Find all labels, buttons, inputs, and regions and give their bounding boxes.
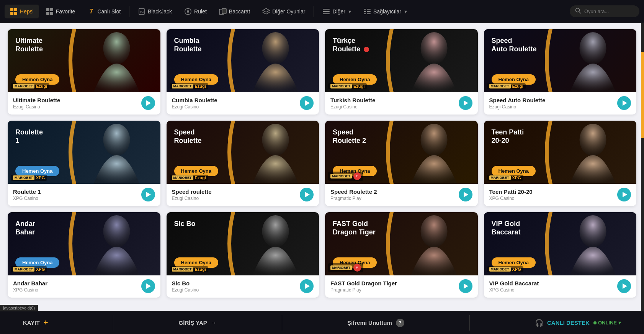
game-card-info-fast-gold-dragon-tiger: FAST Gold Dragon Tiger Pragmatic Play (325, 275, 478, 298)
search-bar[interactable] (570, 5, 639, 17)
nav-blackjack-label: BlackJack (148, 8, 172, 15)
nav-canli-slot[interactable]: 7 Canlı Slot (82, 5, 126, 18)
provider-badge-speed-roulette-2: MARIOBET P (328, 172, 363, 181)
nav-favorite[interactable]: Favorite (41, 5, 81, 18)
provider-badge-teen-patti-20-20: MARIOBET XPG (487, 175, 523, 181)
play-circle-ultimate-roulette[interactable] (141, 96, 155, 110)
game-provider-speed-roulette: Ezugi Casino (172, 196, 212, 201)
nav-saglayicilar-label: Sağlayıcılar (373, 8, 401, 15)
game-title-fast-gold-dragon-tiger: FAST GoldDragon Tiger (333, 220, 376, 236)
game-card-image-roulette-1: Roulette1 Hemen Oyna MARIOBET XPG (8, 121, 160, 184)
svg-rect-20 (364, 11, 366, 12)
game-card-info-teen-patti-20-20: Teen Patti 20-20 XPG Casino (484, 184, 637, 206)
provider-badge-cumbia-roulette: MARIOBET Ezugi (170, 83, 208, 89)
svg-rect-3 (14, 12, 17, 15)
play-circle-speed-roulette[interactable] (300, 188, 314, 201)
nav-baccarat[interactable]: Baccarat (214, 5, 255, 18)
kayit-label: KAYIT (23, 319, 40, 326)
game-card-text-andar-bahar: Andar Bahar XPG Casino (13, 280, 47, 293)
svg-point-31 (262, 124, 289, 156)
play-circle-vip-gold-baccarat[interactable] (617, 279, 631, 293)
game-title-sic-bo: Sic Bo (174, 220, 196, 228)
game-card-fast-gold-dragon-tiger: FAST GoldDragon Tiger Hemen Oyna MARIOBE… (325, 212, 478, 298)
play-circle-teen-patti-20-20[interactable] (617, 188, 631, 201)
nav-baccarat-label: Baccarat (229, 8, 250, 15)
provider-badge-vip-gold-baccarat: MARIOBET XPG (487, 266, 523, 272)
kayit-action[interactable]: KAYIT + (23, 318, 48, 327)
play-circle-cumbia-roulette[interactable] (300, 96, 314, 110)
play-circle-roulette-1[interactable] (141, 188, 155, 201)
svg-rect-18 (364, 9, 366, 10)
card-icon: BJ (138, 8, 145, 15)
diger-chevron-icon: ▾ (348, 8, 351, 15)
game-card-image-ultimate-roulette: UltimateRoulette Hemen Oyna MARIOBET Ezu… (8, 29, 160, 92)
svg-rect-17 (323, 13, 330, 14)
main-content: UltimateRoulette Hemen Oyna MARIOBET Ezu… (0, 23, 644, 311)
play-circle-andar-bahar[interactable] (141, 279, 155, 293)
bottom-divider-3 (469, 315, 470, 331)
game-name-fast-gold-dragon-tiger: FAST Gold Dragon Tiger (330, 280, 397, 287)
search-input[interactable] (584, 8, 634, 14)
nav-favorite-label: Favorite (56, 8, 75, 15)
sifre-action[interactable]: Şifremi Unuttum ? (347, 319, 404, 327)
nav-hepsi-label: Hepsi (20, 8, 34, 15)
svg-point-32 (421, 124, 448, 156)
status-url: javascript:void(0) (3, 306, 35, 310)
online-dot (593, 321, 597, 324)
provider-badge-andar-bahar: MARIOBET XPG (11, 266, 47, 272)
menu-icon (322, 8, 330, 15)
giris-action[interactable]: GİRİŞ YAP → (179, 319, 217, 326)
nav-hepsi[interactable]: Hepsi (5, 5, 39, 18)
provider-badge-speed-roulette: MARIOBET Ezugi (170, 175, 208, 181)
play-circle-fast-gold-dragon-tiger[interactable] (459, 279, 472, 293)
game-card-image-fast-gold-dragon-tiger: FAST GoldDragon Tiger Hemen Oyna MARIOBE… (325, 212, 478, 275)
game-card-text-roulette-1: Roulette 1 XPG Casino (13, 188, 41, 201)
game-card-speed-roulette-2: SpeedRoulette 2 Hemen Oyna MARIOBET P Sp… (325, 121, 478, 206)
navbar: Hepsi Favorite 7 Canlı Slot BJ BlackJack (0, 0, 644, 23)
game-title-turkish-roulette: TürkçeRoulette (333, 37, 369, 53)
nav-diger-oyunlar[interactable]: Diğer Oyunlar (257, 5, 311, 18)
sifre-question-icon: ? (396, 319, 404, 327)
game-card-speed-roulette: SpeedRoulette Hemen Oyna MARIOBET Ezugi … (167, 121, 319, 206)
scrollbar-track[interactable] (641, 23, 644, 311)
game-name-teen-patti-20-20: Teen Patti 20-20 (489, 188, 533, 195)
game-name-cumbia-roulette: Cumbia Roulette (172, 97, 217, 103)
provider-badge-speed-auto-roulette: MARIOBET Ezugi (487, 83, 526, 89)
game-card-image-cumbia-roulette: CumbiaRoulette Hemen Oyna MARIOBET Ezugi (167, 29, 319, 92)
play-circle-speed-auto-roulette[interactable] (617, 96, 631, 110)
status-bar: javascript:void(0) (0, 305, 38, 311)
svg-rect-6 (46, 12, 49, 15)
headset-icon: 🎧 (535, 319, 543, 327)
svg-point-26 (103, 32, 130, 64)
scrollbar-thumb[interactable] (641, 52, 644, 138)
play-circle-turkish-roulette[interactable] (459, 96, 472, 110)
nav-blackjack[interactable]: BJ BlackJack (132, 5, 177, 18)
game-card-image-speed-roulette-2: SpeedRoulette 2 Hemen Oyna MARIOBET P (325, 121, 478, 184)
svg-rect-19 (367, 9, 371, 10)
play-circle-sic-bo[interactable] (300, 279, 314, 293)
game-card-info-speed-roulette-2: Speed Roulette 2 Pragmatic Play (325, 184, 478, 206)
svg-rect-7 (50, 12, 53, 15)
search-icon (575, 8, 581, 15)
game-card-image-andar-bahar: AndarBahar Hemen Oyna MARIOBET XPG (8, 212, 160, 275)
game-card-text-sic-bo: Sic Bo Ezugi Casino (172, 280, 199, 293)
game-name-ultimate-roulette: Ultimate Roulette (13, 97, 60, 103)
svg-point-33 (579, 124, 606, 156)
game-provider-vip-gold-baccarat: XPG Casino (489, 287, 539, 293)
nav-rulet[interactable]: Rulet (179, 5, 212, 18)
play-circle-speed-roulette-2[interactable] (459, 188, 472, 201)
provider-badge-turkish-roulette: MARIOBET Ezugi (328, 83, 367, 89)
seven-icon: 7 (87, 8, 95, 15)
nav-saglayicilar[interactable]: Sağlayıcılar ▾ (358, 5, 412, 18)
game-title-teen-patti-20-20: Teen Patti20-20 (492, 128, 524, 145)
svg-rect-5 (50, 8, 53, 11)
game-title-andar-bahar: AndarBahar (15, 220, 35, 236)
canli-destek-action[interactable]: 🎧 CANLI DESTEK ONLINE ▾ (535, 319, 621, 327)
game-name-andar-bahar: Andar Bahar (13, 280, 47, 287)
svg-point-34 (103, 215, 130, 247)
game-card-image-speed-auto-roulette: SpeedAuto Roulette Hemen Oyna MARIOBET E… (484, 29, 637, 92)
game-title-speed-auto-roulette: SpeedAuto Roulette (492, 37, 537, 53)
provider-badge-roulette-1: MARIOBET XPG (11, 175, 47, 181)
nav-diger[interactable]: Diğer ▾ (317, 5, 356, 18)
online-dropdown[interactable]: ONLINE ▾ (593, 320, 621, 326)
